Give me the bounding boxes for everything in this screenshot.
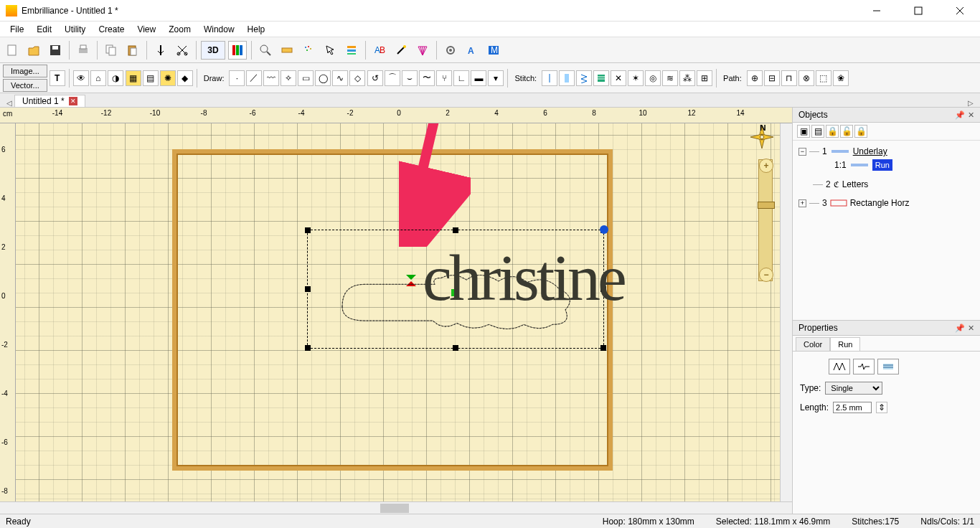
tree-expand-icon[interactable]: + (798, 199, 806, 207)
tree-collapse-icon[interactable]: − (798, 148, 806, 156)
path-subtract-icon[interactable]: ⊟ (764, 70, 780, 86)
horizontal-scrollbar[interactable] (0, 501, 792, 514)
draw-curve-icon[interactable]: ∿ (332, 70, 348, 86)
menu-help[interactable]: Help (242, 23, 271, 36)
menu-create[interactable]: Create (93, 23, 130, 36)
panel-close-icon[interactable]: ✕ (968, 110, 974, 120)
layer-d-icon[interactable]: ◆ (177, 70, 193, 86)
pointer-icon[interactable] (321, 41, 339, 60)
text-a-icon[interactable]: A (463, 41, 481, 60)
document-tab[interactable]: Untitled 1 * ✕ (14, 95, 85, 107)
zoom-thumb[interactable] (758, 202, 775, 209)
path-branch-icon[interactable]: ❀ (833, 70, 849, 86)
obj-lock-a-icon[interactable]: 🔒 (826, 125, 839, 138)
tree-node-run[interactable]: Run (872, 159, 892, 171)
draw-point-icon[interactable]: · (229, 70, 245, 86)
run-style-c-icon[interactable] (877, 359, 899, 374)
run-style-a-icon[interactable] (829, 359, 850, 374)
stitch-motif-icon[interactable]: ✶ (628, 70, 644, 86)
zoom-out-button[interactable]: − (759, 268, 773, 282)
palette-icon[interactable] (228, 41, 247, 60)
layer-ghost-icon[interactable]: ◑ (108, 70, 123, 86)
layer-home-icon[interactable]: ⌂ (90, 70, 106, 86)
selection-handle-bl[interactable] (305, 345, 311, 351)
window-minimize-button[interactable] (862, 1, 891, 21)
rotation-handle[interactable] (600, 225, 608, 234)
compass-icon[interactable]: N (750, 125, 774, 149)
tab-scroll-left[interactable]: ◁ (4, 99, 14, 107)
window-maximize-button[interactable] (904, 1, 933, 21)
layer-c-icon[interactable]: ✺ (160, 70, 176, 86)
prop-close-icon[interactable]: ✕ (968, 324, 974, 333)
obj-lock-c-icon[interactable]: 🔒 (854, 125, 867, 138)
draw-line-icon[interactable]: ／ (246, 70, 262, 86)
stitch-applique-icon[interactable]: ◎ (645, 70, 661, 86)
zoom-icon[interactable] (256, 41, 275, 60)
obj-tool-b-icon[interactable]: ▤ (811, 125, 824, 138)
save-icon[interactable] (46, 41, 65, 60)
menu-utility[interactable]: Utility (59, 23, 91, 36)
prop-tab-run[interactable]: Run (830, 337, 860, 351)
panel-pin-icon[interactable]: 📌 (955, 110, 965, 120)
menu-window[interactable]: Window (198, 23, 240, 36)
menu-zoom[interactable]: Zoom (163, 23, 197, 36)
menu-file[interactable]: File (4, 23, 29, 36)
selection-box[interactable]: christine (307, 230, 604, 349)
tree-node-underlay[interactable]: Underlay (853, 146, 887, 156)
open-icon[interactable] (24, 41, 43, 60)
selection-handle-br[interactable] (600, 345, 606, 351)
objects-panel-header[interactable]: Objects 📌✕ (793, 108, 980, 123)
window-close-button[interactable] (946, 1, 974, 21)
draw-rect-icon[interactable]: ▭ (298, 70, 314, 86)
font-t-icon[interactable]: T (50, 70, 65, 86)
draw-free-icon[interactable]: 〰 (263, 70, 279, 86)
run-style-b-icon[interactable] (853, 359, 875, 374)
edit-corner-icon[interactable]: ∟ (453, 70, 469, 86)
stitch-run-icon[interactable] (542, 70, 557, 86)
selection-handle-tl[interactable] (305, 227, 311, 233)
menu-view[interactable]: View (131, 23, 161, 36)
selection-handle-bm[interactable] (453, 345, 458, 351)
paste-icon[interactable] (123, 41, 142, 60)
layer-b-icon[interactable]: ▤ (143, 70, 159, 86)
letters-tool-icon[interactable]: AB (370, 41, 389, 60)
edit-split-icon[interactable]: ⑂ (436, 70, 452, 86)
stitch-g-icon[interactable]: ≋ (662, 70, 678, 86)
design-canvas[interactable]: christine N + − (16, 123, 780, 501)
edit-wave-icon[interactable]: 〜 (419, 70, 435, 86)
selection-handle-ml[interactable] (305, 286, 311, 292)
prop-tab-color[interactable]: Color (796, 337, 830, 351)
3d-toggle-button[interactable]: 3D (201, 41, 225, 60)
layer-a-icon[interactable]: ▦ (126, 70, 141, 86)
stitch-i-icon[interactable]: ⊞ (697, 70, 712, 86)
copy-icon[interactable] (102, 41, 121, 60)
zoom-slider[interactable]: + − (758, 159, 773, 281)
stitch-fill-icon[interactable] (593, 70, 609, 86)
image-button[interactable]: Image... (3, 65, 47, 77)
list-icon[interactable] (342, 41, 361, 60)
selection-handle-tm[interactable] (453, 227, 458, 233)
obj-lock-b-icon[interactable]: 🔓 (840, 125, 853, 138)
stitch-zigzag-icon[interactable] (576, 70, 592, 86)
type-select[interactable]: Single (825, 382, 882, 395)
prop-pin-icon[interactable]: 📌 (955, 324, 965, 333)
wand-icon[interactable] (392, 41, 410, 60)
path-xor-icon[interactable]: ⊗ (798, 70, 814, 86)
tab-close-icon[interactable]: ✕ (69, 97, 77, 105)
ruler-icon[interactable] (278, 41, 296, 60)
obj-tool-a-icon[interactable]: ▣ (797, 125, 810, 138)
edit-loop-icon[interactable]: ↺ (367, 70, 383, 86)
length-input[interactable] (833, 402, 872, 413)
zoom-in-button[interactable]: + (759, 159, 773, 173)
draw-shape-icon[interactable]: ◇ (349, 70, 365, 86)
draw-ellipse-icon[interactable]: ◯ (315, 70, 331, 86)
properties-panel-header[interactable]: Properties 📌✕ (793, 321, 980, 336)
tree-node-rectangle[interactable]: Rectangle Horz (850, 198, 910, 208)
path-intersect-icon[interactable]: ⊓ (781, 70, 797, 86)
tree-node-letters[interactable]: Letters (842, 179, 869, 189)
stitch-cross-icon[interactable]: ✕ (611, 70, 626, 86)
layer-eye-icon[interactable]: 👁 (73, 70, 89, 86)
edit-arc2-icon[interactable]: ⌣ (402, 70, 418, 86)
monogram-icon[interactable]: M (484, 41, 503, 60)
needle-icon[interactable] (151, 41, 170, 60)
